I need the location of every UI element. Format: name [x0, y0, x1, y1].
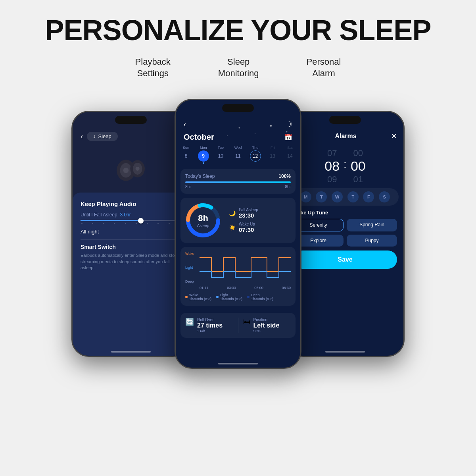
- save-button[interactable]: Save: [293, 251, 397, 269]
- sleep-legend: Wake 1h30min (8%) Light 1h30min (8%): [185, 293, 291, 301]
- wake-up-time: 07:30: [239, 226, 255, 233]
- alarms-title: Alarms: [335, 133, 356, 140]
- day-num-wed: 11: [232, 150, 244, 162]
- day-name-wed: Wed: [234, 146, 242, 150]
- center-back-icon[interactable]: ‹: [184, 120, 186, 129]
- sleep-graph-section: Wake Light Deep 01:11 03:33: [180, 247, 296, 306]
- calendar-icon[interactable]: 📅: [284, 133, 292, 141]
- slider-fill: [81, 220, 141, 221]
- day-circle-sat[interactable]: Sat 14: [284, 146, 296, 164]
- hour-col[interactable]: 07 08 09: [324, 148, 340, 184]
- day-tue[interactable]: T: [316, 191, 327, 202]
- smart-switch-title: Smart Switch: [81, 244, 181, 250]
- roll-icon: 🔄: [185, 318, 194, 326]
- sun-icon: ☀️: [229, 224, 236, 231]
- earbuds-image: [73, 145, 189, 193]
- phone-center: ‹ ☽ October 📅 Sun 8 M: [175, 99, 301, 369]
- day-num-mon: 9: [198, 150, 209, 162]
- today-sleep-card: Today's Sleep 100% 8hr 8hr: [180, 169, 296, 194]
- ring-hours: 8h: [197, 213, 209, 224]
- phone-right: Alarms ✕ 07 08 09 : 00 00 01: [286, 111, 405, 357]
- position-icon: 🛏: [243, 318, 250, 326]
- day-circle-thu[interactable]: Thu 12: [250, 146, 261, 164]
- day-num-thu: 12: [250, 150, 261, 162]
- sleep-tab[interactable]: ♪ Sleep: [87, 132, 118, 141]
- roll-value: 27 times: [197, 322, 223, 329]
- time-scroll: 07 08 09 : 00 00 01: [324, 148, 365, 184]
- time-08: 08:30: [282, 286, 291, 290]
- day-wed[interactable]: W: [332, 191, 343, 202]
- slider-thumb: [138, 218, 144, 224]
- day-num-tue: 10: [215, 150, 226, 162]
- back-icon[interactable]: ‹: [81, 132, 83, 141]
- home-indicator-right: [325, 351, 365, 353]
- day-sat[interactable]: S: [379, 191, 390, 202]
- tune-spring-rain[interactable]: Spring Rain: [347, 219, 397, 231]
- sleep-left-label: 8hr: [185, 185, 191, 189]
- fall-asleep-time: 23:30: [239, 212, 258, 219]
- position-item: 🛏 Position Left side 53%: [243, 318, 291, 333]
- min-current: 00: [351, 159, 366, 173]
- svg-point-2: [123, 168, 129, 173]
- day-fri[interactable]: F: [363, 191, 374, 202]
- subtitle-sleep: SleepMonitoring: [218, 56, 259, 79]
- position-value: Left side: [253, 322, 280, 329]
- music-icon: ♪: [93, 133, 96, 139]
- wake-up-item: ☀️ Wake Up 07:30: [229, 222, 291, 233]
- minute-col[interactable]: 00 00 01: [351, 148, 366, 184]
- subtitle-playback: PlaybackSettings: [135, 56, 171, 79]
- phone-left: ‹ ♪ Sleep Keep Playing Audio: [71, 111, 190, 357]
- month-title: October: [184, 133, 214, 142]
- sleep-tab-label: Sleep: [98, 133, 111, 139]
- today-sleep-label: Today's Sleep: [185, 173, 215, 179]
- moon-sleep-icon: 🌙: [229, 210, 236, 216]
- legend-light-value: 1h30min (8%): [220, 297, 242, 301]
- light-dot: [216, 296, 219, 298]
- slider-label: Until I Fall Asleep: 3.0hr: [81, 212, 181, 218]
- sleep-ring-section: 8h Asleep 🌙 Fall Asleep 23:30 ☀️: [180, 198, 296, 243]
- fall-asleep-label: Fall Asleep: [239, 208, 258, 212]
- slider-track[interactable]: [81, 220, 181, 221]
- legend-wake-value: 1h30min (8%): [189, 297, 211, 301]
- day-thu[interactable]: T: [347, 191, 359, 202]
- day-circle-wed[interactable]: Wed 11: [232, 146, 244, 164]
- day-name-sun: Sun: [183, 146, 189, 150]
- legend-deep-value: 1h30min (8%): [251, 297, 273, 301]
- day-circle-mon[interactable]: Mon 9: [198, 146, 209, 164]
- day-circle-tue[interactable]: Tue 10: [215, 146, 226, 164]
- earbud-icon: [111, 151, 151, 187]
- min-above: 00: [353, 148, 363, 158]
- position-pct: 53%: [253, 329, 280, 333]
- legend-light-label: Light: [220, 293, 242, 297]
- phones-container: ‹ ♪ Sleep Keep Playing Audio: [8, 99, 468, 369]
- subtitle-alarm: PersonalAlarm: [307, 56, 341, 79]
- sleep-chart-svg: [200, 252, 291, 283]
- home-indicator-center: [218, 363, 258, 364]
- smart-switch-section: Smart Switch Earbuds automatically enter…: [81, 244, 181, 271]
- day-circle-fri[interactable]: Fri 13: [267, 146, 278, 164]
- slider-value: 3.0hr: [120, 212, 131, 218]
- time-03: 03:33: [227, 286, 236, 290]
- day-name-sat: Sat: [287, 146, 293, 150]
- hour-current: 08: [324, 159, 340, 173]
- graph-x-labels: 01:11 03:33 06:00 08:30: [200, 286, 291, 290]
- time-separator: :: [344, 158, 347, 171]
- day-name-tue: Tue: [218, 146, 224, 150]
- day-mon[interactable]: M: [300, 191, 311, 202]
- close-icon[interactable]: ✕: [391, 132, 397, 141]
- wake-up-label: Wake Up: [239, 222, 255, 226]
- sleep-times: 🌙 Fall Asleep 23:30 ☀️ Wake Up 07:30: [229, 208, 291, 233]
- svg-point-5: [136, 167, 140, 171]
- position-label: Position: [253, 318, 280, 322]
- day-num-sun: 8: [180, 150, 192, 162]
- day-num-fri: 13: [267, 150, 278, 162]
- roll-position-section: 🔄 Roll Over 27 times 1.6/h 🛏 Position Le…: [180, 313, 296, 338]
- tune-puppy[interactable]: Puppy: [347, 235, 397, 247]
- tune-grid: Serenity Spring Rain Explore Puppy: [287, 219, 403, 247]
- light-label: Light: [185, 266, 198, 270]
- day-name-fri: Fri: [271, 146, 275, 150]
- right-header: Alarms ✕: [287, 112, 403, 145]
- day-circle-sun[interactable]: Sun 8: [180, 146, 192, 164]
- ring-center-text: 8h Asleep: [197, 213, 209, 228]
- slider-dots: [81, 223, 181, 224]
